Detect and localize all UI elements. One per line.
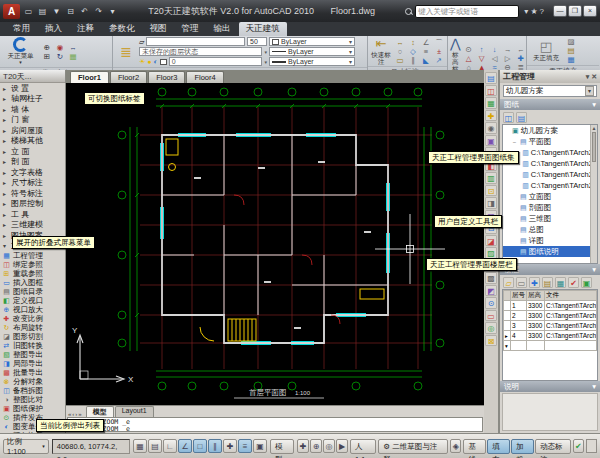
chevron-down-icon[interactable]: ▾	[585, 86, 594, 96]
ribbon-tab[interactable]: 管理	[175, 22, 206, 36]
status-nav-icon[interactable]: ✚	[297, 439, 309, 453]
floors-toolbar-icon[interactable]: ▣	[581, 277, 592, 288]
screen-menu-group[interactable]: ▸ 工 具	[0, 209, 65, 220]
tz-status-toggle[interactable]: 加粗	[511, 439, 534, 454]
screen-menu-group[interactable]: ▸ 图层控制	[0, 199, 65, 210]
layer-toggle-icon[interactable]: ◐	[154, 57, 158, 66]
close-button[interactable]: ×	[583, 5, 597, 17]
ribbon-tab[interactable]: 注释	[70, 22, 101, 36]
user-toolbar-icon[interactable]: ▩	[485, 272, 497, 284]
layout-tab[interactable]: Layout1	[115, 406, 154, 417]
qat-icon[interactable]: ▤	[36, 5, 49, 18]
screen-menu-group[interactable]: ▸ 门 窗	[0, 115, 65, 126]
user-toolbar-icon[interactable]: ▨	[485, 247, 497, 259]
tree-scrollbar[interactable]: ▲	[590, 125, 597, 263]
lineweight-control[interactable]: ByLayer▾	[269, 57, 355, 66]
floors-toolbar-icon[interactable]: ▦	[555, 277, 566, 288]
document-tab[interactable]: Floor1	[70, 71, 109, 83]
floors-table-row[interactable]: 2 3300 C:\Tangent\TArch2..	[504, 311, 597, 321]
tz-status-toggle[interactable]: 基线	[463, 439, 486, 454]
qat-icon[interactable]: ▾	[106, 5, 119, 18]
layout-tab[interactable]: 模型	[86, 406, 114, 417]
panel-pin-icon[interactable]: ▾ ✕	[586, 73, 597, 81]
section-bar-notes[interactable]: 说明 ▾	[500, 381, 600, 392]
floors-table-row[interactable]: 1 3300 C:\Tangent\TArch2..	[504, 301, 597, 311]
status-toggle-icon[interactable]: ∟	[163, 439, 177, 453]
clean-screen-button[interactable]	[586, 439, 597, 453]
screen-menu-group[interactable]: ▸ 墙 体	[0, 104, 65, 115]
ribbon-small-icon[interactable]: ±	[433, 47, 445, 56]
ribbon-tab[interactable]: 常用	[6, 22, 37, 36]
tz-status-toggle[interactable]: 动态标注	[535, 439, 571, 454]
infocenter-icon[interactable]: ?	[540, 5, 544, 18]
ribbon-small-icon[interactable]: ↔	[394, 38, 406, 47]
user-toolbar-icon[interactable]: ⊠	[485, 335, 497, 347]
ribbon-small-icon[interactable]: ▦	[67, 52, 79, 61]
ribbon-small-icon[interactable]: △	[463, 54, 475, 63]
chevron-down-icon[interactable]: ▾	[264, 59, 267, 65]
quick-dim-button[interactable]: ⇤ 快速标注	[370, 37, 392, 65]
sheets-toolbar-icon[interactable]: ◫	[503, 112, 514, 123]
annotation-scale-control[interactable]: 人1:1	[350, 439, 376, 454]
screen-menu-group[interactable]: ▸ 尺寸标注	[0, 178, 65, 189]
ribbon-small-icon[interactable]: ◁	[489, 54, 501, 63]
document-tab[interactable]: Floor4	[186, 71, 223, 83]
status-toggle-icon[interactable]: ∠	[178, 439, 192, 453]
ribbon-small-icon[interactable]: ∥	[407, 56, 419, 65]
layer-toggle-icon[interactable]: ●	[147, 57, 151, 66]
ribbon-tab[interactable]: 天正建筑	[239, 22, 287, 36]
floors-toolbar-icon[interactable]: ▤	[542, 277, 553, 288]
ribbon-small-icon[interactable]: ◇	[407, 47, 419, 56]
user-toolbar-icon[interactable]: ◨	[485, 197, 497, 209]
qat-icon[interactable]: ⊟	[64, 5, 77, 18]
status-toggle-icon[interactable]: ▤	[148, 439, 162, 453]
tree-node[interactable]: ▤ 图纸说明	[503, 246, 597, 257]
ribbon-small-icon[interactable]: ⌒	[433, 38, 445, 47]
tree-node[interactable]: ▤ 立面图	[503, 191, 597, 202]
screen-menu-group[interactable]: ▸ 符号标注	[0, 188, 65, 199]
user-toolbar-icon[interactable]: ◩	[485, 285, 497, 297]
screen-menu-group[interactable]: ▸ 文字表格	[0, 167, 65, 178]
ribbon-small-icon[interactable]: ▷	[502, 54, 514, 63]
notes-area[interactable]	[502, 393, 598, 431]
tree-node[interactable]: ▥ C:\Tangent\TArch2..	[503, 180, 597, 191]
screen-menu-group[interactable]: ▸ 立 面	[0, 146, 65, 157]
command-history[interactable]: 命令: '_.ZOOM _e命令: '_.ZOOM _e命令:	[67, 417, 483, 432]
ribbon-small-icon[interactable]: ⊕	[41, 43, 53, 52]
user-toolbar-icon[interactable]: ▣	[485, 135, 497, 147]
ribbon-tab[interactable]: 输出	[207, 22, 238, 36]
scale-control[interactable]: 比例 1:100 ▾	[3, 439, 49, 454]
ribbon-small-icon[interactable]: ◣	[420, 56, 432, 65]
floors-table-row[interactable]: 3 3300 C:\Tangent\TArch2..	[504, 321, 597, 331]
ribbon-small-icon[interactable]: ∠	[420, 38, 432, 47]
drawing-canvas[interactable]: Y X 首层平面图 1:100	[66, 83, 484, 405]
ribbon-small-icon[interactable]: ▦	[565, 55, 577, 64]
ribbon-small-icon[interactable]: ▨	[565, 37, 577, 46]
ribbon-small-icon[interactable]: ↔	[67, 43, 79, 52]
status-toggle-icon[interactable]: ▣	[253, 439, 267, 453]
ribbon-small-icon[interactable]: ✚	[515, 54, 527, 63]
ribbon-small-icon[interactable]: ◉	[54, 43, 66, 52]
layer-state-combo[interactable]: 未保存的图层状态	[139, 47, 262, 56]
layer-fade-value[interactable]: 50	[247, 37, 267, 46]
ribbon-small-icon[interactable]: ⊙	[463, 45, 475, 54]
status-nav-icon[interactable]: ⊕	[310, 439, 322, 453]
ribbon-small-icon[interactable]: ▭	[394, 56, 406, 65]
floors-toolbar-icon[interactable]: ▭	[516, 277, 527, 288]
tz-hatch-button[interactable]: ◰ 天正填充	[529, 40, 563, 61]
scheme-combo[interactable]: 幼儿园方案 ▾	[503, 85, 597, 97]
tree-node[interactable]: ▤ 三维图	[503, 213, 597, 224]
screen-menu-title[interactable]: T20天...	[0, 70, 65, 83]
status-nav-icon[interactable]: ▶	[336, 439, 348, 453]
status-toggle-icon[interactable]: ✚	[223, 439, 237, 453]
screen-menu-group[interactable]: ▸ 设 置	[0, 83, 65, 94]
floors-header[interactable]: 层号	[511, 291, 527, 301]
user-toolbar-icon[interactable]: ◪	[485, 235, 497, 247]
coordinates-readout[interactable]: 40680.6, 10774.2, 0.0	[52, 439, 130, 454]
user-toolbar-icon[interactable]: ▥	[485, 172, 497, 184]
workspace-switcher[interactable]: ⚙ 二维草图与注释 ▾	[378, 439, 448, 454]
tree-node[interactable]: ▣ 幼儿园方案	[503, 125, 597, 136]
user-toolbar-icon[interactable]: ◫	[485, 85, 497, 97]
layer-toggle-icon[interactable]: ☀	[139, 57, 145, 66]
lock-icon[interactable]: ◈	[450, 439, 461, 453]
